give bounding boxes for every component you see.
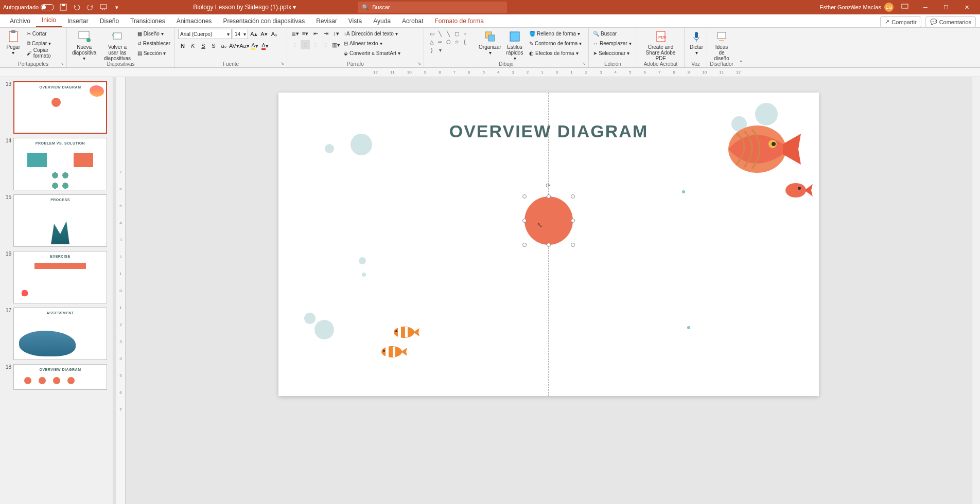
qat-dropdown-icon[interactable]: ▾ — [113, 3, 121, 11]
shape-line2-icon[interactable]: ╲ — [445, 30, 452, 37]
find-button[interactable]: 🔍Buscar — [592, 29, 618, 38]
collapse-ribbon-icon[interactable]: ˄ — [740, 60, 742, 65]
minimize-button[interactable]: ─ — [915, 0, 936, 14]
shape-effects-button[interactable]: ◐Efectos de forma▾ — [528, 48, 583, 58]
font-name-combo[interactable]: Arial (Cuerpo)▾ — [178, 29, 232, 39]
tab-animaciones[interactable]: Animaciones — [171, 15, 218, 27]
reuse-slides-button[interactable]: Volver a usar las diapositivas — [100, 29, 134, 62]
case-button[interactable]: Aa▾ — [240, 41, 249, 50]
dialog-launcher-icon[interactable]: ↘ — [582, 61, 587, 66]
text-direction-button[interactable]: ↕ADirección del texto▾ — [343, 29, 401, 38]
vertical-scrollbar[interactable] — [972, 77, 980, 504]
italic-button[interactable]: K — [188, 41, 198, 50]
align-text-button[interactable]: ⊟Alinear texto▾ — [343, 39, 401, 48]
shadow-button[interactable]: aᵥ — [219, 41, 229, 50]
shapes-gallery[interactable]: ▭ ╲ ╲ ▢ ○ △ ⇨ ⬡ ☆ { } ▾ — [427, 29, 477, 55]
save-icon[interactable] — [59, 3, 67, 11]
font-color-button[interactable]: A▾ — [260, 41, 270, 50]
ribbon-display-icon[interactable] — [901, 3, 909, 11]
align-center-button[interactable]: ≡ — [301, 40, 310, 49]
reset-button[interactable]: ↺Restablecer — [136, 39, 171, 48]
tab-insertar[interactable]: Insertar — [62, 15, 94, 27]
rotation-handle-icon[interactable]: ⟳ — [546, 182, 552, 188]
title-dropdown-icon[interactable]: ▾ — [293, 4, 296, 11]
justify-button[interactable]: ≡ — [321, 40, 330, 49]
shape-triangle-icon[interactable]: △ — [428, 38, 435, 45]
shape-outline-button[interactable]: ✎Contorno de forma▾ — [528, 39, 583, 48]
selected-shape-oval[interactable]: ⟳ ⤡ — [524, 196, 573, 245]
slideshow-icon[interactable] — [99, 3, 108, 11]
slide-thumb-14[interactable]: 14 PROBLEM VS. SOLUTION — [0, 136, 113, 192]
quick-styles-button[interactable]: Estilos rápidos▾ — [503, 29, 526, 62]
tab-revisar[interactable]: Revisar — [310, 15, 343, 27]
undo-icon[interactable] — [73, 3, 81, 11]
slide-thumb-13[interactable]: 13 OVERVIEW DIAGRAM — [0, 79, 113, 136]
align-right-button[interactable]: ≡ — [311, 40, 320, 49]
tab-archivo[interactable]: Archivo — [4, 15, 36, 27]
tab-formato-forma[interactable]: Formato de forma — [429, 15, 489, 27]
font-size-combo[interactable]: 14▾ — [233, 29, 248, 39]
bold-button[interactable]: N — [178, 41, 187, 50]
tab-inicio[interactable]: Inicio — [36, 14, 62, 27]
maximize-button[interactable]: ☐ — [936, 0, 956, 14]
shape-line-icon[interactable]: ╲ — [436, 30, 444, 37]
create-pdf-button[interactable]: PDF Create and Share Adobe PDF — [640, 29, 681, 62]
resize-handle[interactable] — [522, 243, 527, 247]
shape-oval-icon[interactable]: ○ — [461, 30, 468, 37]
slide-editor[interactable]: OVERVIEW DIAGRAM — [126, 77, 972, 504]
cut-button[interactable]: ✂Cortar — [26, 29, 63, 38]
paste-button[interactable]: Pegar ▾ — [3, 29, 24, 57]
shape-rect-icon[interactable]: ▢ — [453, 30, 460, 37]
copy-button[interactable]: ⧉Copiar▾ — [26, 39, 63, 48]
clear-format-icon[interactable]: Aₓ — [270, 29, 279, 39]
decrease-indent-button[interactable]: ⇤ — [311, 29, 320, 38]
share-button[interactable]: ↗Compartir — [880, 16, 921, 27]
dictate-button[interactable]: Dictar▾ — [688, 29, 705, 57]
user-account[interactable]: Esther González Macías EG — [819, 3, 894, 12]
bullets-button[interactable]: ≣▾ — [290, 29, 300, 38]
shape-brace2-icon[interactable]: } — [428, 46, 435, 53]
search-input[interactable] — [372, 4, 503, 10]
smartart-button[interactable]: ⬙Convertir a SmartArt▾ — [343, 48, 401, 58]
highlight-button[interactable]: A▾ — [250, 41, 259, 50]
select-button[interactable]: ➤Seleccionar▾ — [592, 48, 631, 58]
slide-thumb-15[interactable]: 15 PROCESS — [0, 192, 113, 249]
comments-button[interactable]: 💬Comentarios — [925, 16, 976, 27]
dialog-launcher-icon[interactable]: ↘ — [281, 61, 286, 66]
design-ideas-button[interactable]: Ideas de diseño — [710, 29, 733, 62]
spacing-button[interactable]: AV▾ — [230, 41, 239, 50]
slide-thumb-16[interactable]: 16 EXERCISE — [0, 249, 113, 305]
resize-handle[interactable] — [571, 194, 575, 199]
format-painter-button[interactable]: 🖌Copiar formato — [26, 48, 63, 58]
shape-fill-button[interactable]: 🪣Relleno de forma▾ — [528, 29, 583, 38]
search-box[interactable]: 🔍 — [358, 2, 507, 13]
tab-transiciones[interactable]: Transiciones — [125, 15, 171, 27]
numbering-button[interactable]: ≡▾ — [301, 29, 310, 38]
new-slide-button[interactable]: Nueva diapositiva▾ — [70, 29, 98, 62]
shape-arrow-icon[interactable]: ⇨ — [436, 38, 444, 45]
close-button[interactable]: ✕ — [956, 0, 977, 14]
tab-acrobat[interactable]: Acrobat — [396, 15, 429, 27]
autosave-toggle[interactable]: Autoguardado — [3, 4, 54, 10]
strikethrough-button[interactable]: S — [209, 41, 218, 50]
underline-button[interactable]: S — [199, 41, 208, 50]
increase-font-icon[interactable]: A▴ — [249, 29, 258, 39]
resize-handle[interactable] — [547, 243, 551, 247]
align-left-button[interactable]: ≡ — [290, 40, 300, 49]
slide-thumb-17[interactable]: 17 ASSESSMENT — [0, 305, 113, 362]
redo-icon[interactable] — [86, 3, 94, 11]
layout-button[interactable]: ▦Diseño▾ — [136, 29, 171, 38]
increase-indent-button[interactable]: ⇥ — [321, 29, 330, 38]
shape-more-icon[interactable]: ▾ — [436, 46, 444, 53]
resize-handle[interactable] — [571, 243, 575, 247]
resize-handle[interactable] — [571, 219, 575, 223]
resize-handle[interactable] — [522, 219, 527, 223]
arrange-button[interactable]: Organizar▾ — [479, 29, 501, 57]
slide-canvas[interactable]: OVERVIEW DIAGRAM — [278, 93, 819, 396]
dialog-launcher-icon[interactable]: ↘ — [417, 61, 423, 66]
tab-presentacion[interactable]: Presentación con diapositivas — [217, 15, 310, 27]
shape-hex-icon[interactable]: ⬡ — [445, 38, 452, 45]
columns-button[interactable]: ▥▾ — [331, 40, 341, 49]
replace-button[interactable]: ↔Reemplazar▾ — [592, 39, 633, 48]
dialog-launcher-icon[interactable]: ↘ — [60, 61, 65, 66]
